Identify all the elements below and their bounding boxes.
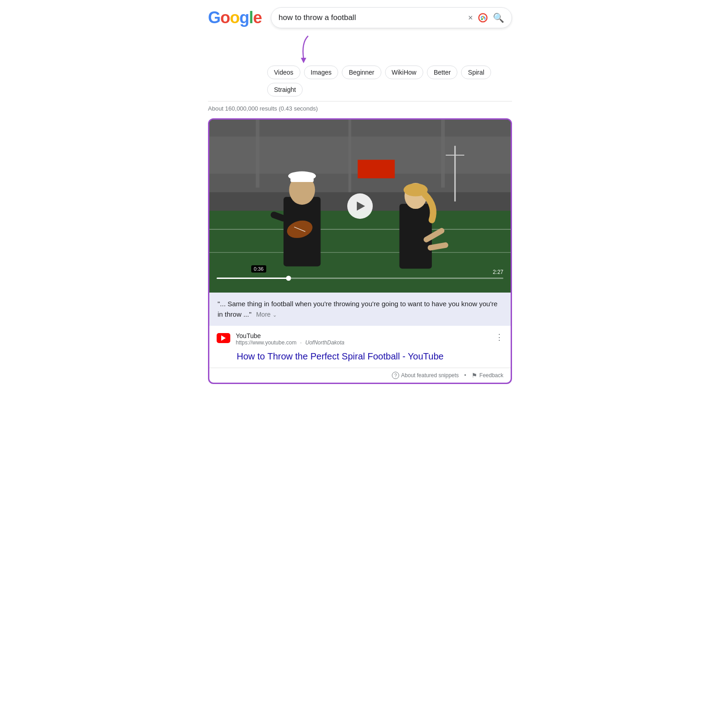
source-row: YouTube https://www.youtube.com · UofNor…	[209, 326, 511, 349]
chip-wikihow[interactable]: WikiHow	[385, 66, 423, 79]
play-triangle-icon	[357, 202, 365, 211]
search-button[interactable]: 🔍	[493, 12, 504, 23]
svg-marker-2	[301, 58, 306, 63]
footer-separator: •	[464, 372, 466, 379]
youtube-play-icon	[221, 335, 226, 341]
source-channel: UofNorthDakota	[305, 339, 345, 346]
feedback-link[interactable]: ⚑ Feedback	[472, 372, 503, 379]
progress-track[interactable]	[217, 278, 503, 279]
video-progress-bar[interactable]: 0:36 2:27	[217, 278, 503, 279]
source-url-text: https://www.youtube.com	[236, 339, 296, 346]
svg-point-1	[481, 18, 483, 20]
video-title-link[interactable]: How to Throw the Perfect Spiral Football…	[209, 349, 511, 368]
svg-rect-9	[209, 211, 511, 293]
header: Google × 🔍	[208, 7, 512, 28]
chip-videos[interactable]: Videos	[267, 66, 300, 79]
more-link[interactable]: More ⌄	[256, 311, 277, 318]
search-input[interactable]	[279, 13, 468, 22]
progress-timestamp: 0:36	[251, 265, 266, 273]
feedback-label: Feedback	[479, 372, 503, 379]
video-background: 0:36 2:27	[209, 120, 511, 293]
lens-icon[interactable]	[477, 12, 488, 23]
about-snippets-link[interactable]: ? About featured snippets	[392, 372, 459, 379]
featured-snippet-card: 0:36 2:27 "... Same thing in football wh…	[208, 118, 512, 384]
more-label: More	[256, 311, 271, 318]
youtube-icon	[217, 333, 230, 343]
filter-chips: Videos Images Beginner WikiHow Better Sp…	[208, 66, 512, 96]
transcript-area: "... Same thing in football when you're …	[209, 293, 511, 326]
video-duration: 2:27	[493, 269, 503, 275]
svg-rect-12	[358, 160, 395, 178]
chip-images[interactable]: Images	[304, 66, 339, 79]
logo-g2: g	[239, 8, 249, 27]
source-url: https://www.youtube.com · UofNorthDakota	[236, 339, 490, 346]
about-snippets-label: About featured snippets	[401, 372, 459, 379]
logo-e: e	[253, 8, 262, 27]
help-icon: ?	[392, 372, 399, 379]
chevron-down-icon: ⌄	[273, 312, 277, 318]
chip-straight[interactable]: Straight	[267, 83, 303, 96]
progress-dot	[286, 276, 291, 281]
logo-l: l	[249, 8, 253, 27]
chip-better[interactable]: Better	[427, 66, 457, 79]
feedback-icon: ⚑	[472, 372, 477, 379]
annotation-arrow	[267, 34, 512, 66]
progress-fill	[217, 278, 289, 279]
search-icons: × 🔍	[468, 12, 504, 23]
chip-beginner[interactable]: Beginner	[342, 66, 381, 79]
svg-point-0	[479, 14, 487, 22]
purple-arrow-svg	[294, 34, 331, 66]
svg-rect-18	[290, 174, 314, 182]
divider	[208, 101, 512, 101]
source-info: YouTube https://www.youtube.com · UofNor…	[236, 332, 490, 346]
play-button[interactable]	[347, 193, 373, 219]
logo-g1: G	[208, 8, 220, 27]
card-footer: ? About featured snippets • ⚑ Feedback	[209, 368, 511, 383]
results-info: About 160,000,000 results (0.43 seconds)	[208, 105, 512, 112]
chip-spiral[interactable]: Spiral	[461, 66, 491, 79]
video-player[interactable]: 0:36 2:27	[209, 120, 511, 293]
source-name: YouTube	[236, 332, 490, 339]
clear-icon[interactable]: ×	[468, 13, 473, 23]
google-logo: Google	[208, 8, 262, 27]
logo-o1: o	[220, 8, 230, 27]
more-options-button[interactable]: ⋮	[495, 332, 503, 342]
logo-o2: o	[230, 8, 239, 27]
search-bar[interactable]: × 🔍	[271, 7, 512, 28]
